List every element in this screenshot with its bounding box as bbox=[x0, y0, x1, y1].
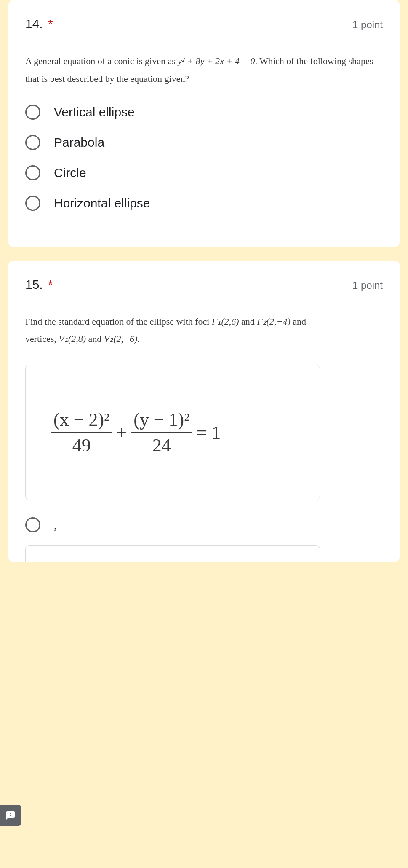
prompt-and3: and bbox=[86, 333, 104, 344]
option-label: , bbox=[54, 518, 57, 532]
prompt-f1: F₁(2,6) bbox=[212, 316, 239, 327]
prompt-line1-a: Find the standard equation of the ellips… bbox=[25, 316, 212, 327]
option-label: Horizontal ellipse bbox=[54, 196, 150, 210]
required-asterisk: * bbox=[48, 17, 53, 31]
plus-sign: + bbox=[116, 422, 127, 443]
radio-icon bbox=[25, 135, 40, 150]
fraction-2: (y − 1)² 24 bbox=[131, 407, 192, 458]
radio-icon bbox=[25, 196, 40, 211]
option-label: Vertical ellipse bbox=[54, 105, 135, 119]
numerator-2: (y − 1)² bbox=[131, 407, 192, 432]
denominator-2: 24 bbox=[150, 433, 173, 458]
prompt-line2-a: vertices, bbox=[25, 333, 59, 344]
radio-icon bbox=[25, 105, 40, 120]
option-vertical-ellipse[interactable]: Vertical ellipse bbox=[25, 105, 383, 120]
equation-expression: (x − 2)² 49 + (y − 1)² 24 = 1 bbox=[43, 407, 303, 458]
number-text: 14. bbox=[25, 17, 43, 31]
radio-icon bbox=[25, 517, 40, 532]
radio-icon bbox=[25, 165, 40, 180]
question-card-14: 14. * 1 point A general equation of a co… bbox=[8, 0, 400, 247]
prompt-equation: y² + 8y + 2x + 4 = 0 bbox=[178, 56, 255, 66]
prompt-f2: F₂(2,−4) bbox=[257, 316, 290, 327]
equation-image-box: (x − 2)² 49 + (y − 1)² 24 = 1 bbox=[25, 365, 320, 500]
question-number: 14. * bbox=[25, 17, 53, 31]
prompt-v2: V₂(2,−6) bbox=[104, 333, 137, 344]
option-parabola[interactable]: Parabola bbox=[25, 135, 383, 150]
question-header: 14. * 1 point bbox=[25, 17, 383, 31]
equation-image-box-partial bbox=[25, 545, 320, 562]
question-header: 15. * 1 point bbox=[25, 277, 383, 292]
prompt-text-pre: A general equation of a conic is given a… bbox=[25, 56, 178, 66]
prompt-and1: and bbox=[239, 316, 257, 327]
question-number: 15. * bbox=[25, 277, 53, 292]
option-label: Parabola bbox=[54, 135, 104, 150]
question-card-15: 15. * 1 point Find the standard equation… bbox=[8, 261, 400, 562]
fraction-1: (x − 2)² 49 bbox=[51, 407, 112, 458]
points-label: 1 point bbox=[352, 279, 383, 291]
option-equation-1[interactable]: , bbox=[25, 517, 383, 532]
equals-one: = 1 bbox=[196, 422, 221, 443]
option-label: Circle bbox=[54, 166, 86, 180]
option-horizontal-ellipse[interactable]: Horizontal ellipse bbox=[25, 196, 383, 211]
options-list: Vertical ellipse Parabola Circle Horizon… bbox=[25, 105, 383, 211]
prompt-and2: and bbox=[291, 316, 306, 327]
question-prompt: A general equation of a conic is given a… bbox=[25, 52, 383, 88]
numerator-1: (x − 2)² bbox=[51, 407, 112, 432]
question-prompt: Find the standard equation of the ellips… bbox=[25, 313, 383, 348]
number-text: 15. bbox=[25, 277, 43, 291]
option-circle[interactable]: Circle bbox=[25, 165, 383, 180]
points-label: 1 point bbox=[352, 19, 383, 31]
required-asterisk: * bbox=[48, 277, 53, 291]
prompt-v1: V₁(2,8) bbox=[59, 333, 86, 344]
prompt-period: . bbox=[137, 333, 140, 344]
denominator-1: 49 bbox=[70, 433, 93, 458]
